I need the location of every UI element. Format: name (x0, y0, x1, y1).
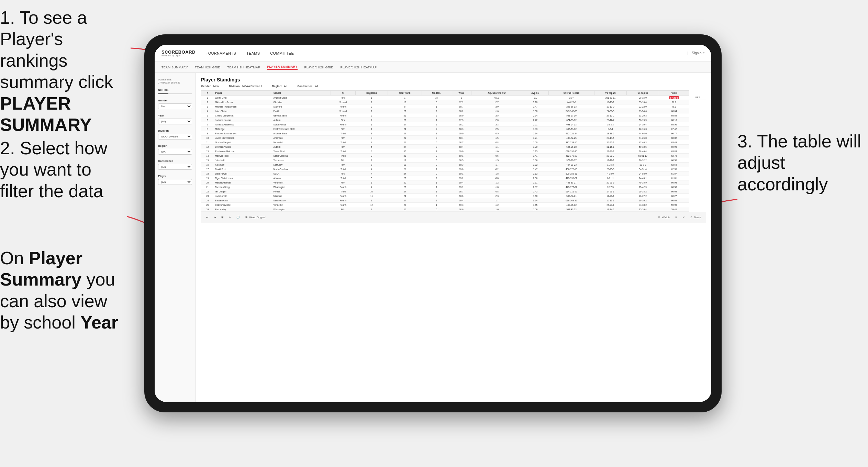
table-row[interactable]: 15Jake HallTennesseeFifth718068.5-1.51.6… (201, 158, 706, 163)
table-cell: 68.7 (451, 189, 471, 194)
table-cell: 1.93 (522, 127, 548, 131)
nav-teams[interactable]: TEAMS (246, 51, 260, 55)
table-cell: 0 (422, 207, 451, 212)
table-row[interactable]: 17David FordNorth CarolinaThird421169.0-… (201, 167, 706, 171)
copy-btn[interactable]: ⊞ (221, 216, 224, 219)
table-cell: 15 (422, 96, 451, 100)
table-cell: 68.6 (451, 207, 471, 212)
table-row[interactable]: 20Matthew RiedelVanderbiltFifth920169.4-… (201, 180, 706, 185)
watch-btn[interactable]: 👁 Watch (658, 216, 669, 219)
table-row[interactable]: 6Jackson KoivunAuburnFirst227167.3-2.02.… (201, 118, 706, 122)
table-row[interactable]: 2Michael Le SassoOle MissSecond118067.1-… (201, 100, 706, 104)
table-cell: 24 (388, 171, 422, 176)
gender-select[interactable]: Men (158, 103, 192, 109)
table-cell: Auburn (272, 145, 331, 149)
table-cell: 12 (356, 203, 388, 207)
filter-conference: Conference: All (297, 85, 318, 88)
table-cell: 7 (356, 207, 388, 212)
table-cell: Ian Gilligan (214, 189, 272, 194)
sub-nav-team-h2h-heatmap[interactable]: TEAM H2H HEATMAP (227, 66, 260, 69)
standings-table: # Player School Yr Reg Rank Conf Rank No… (201, 90, 706, 212)
table-cell: 500-155-36 (549, 171, 594, 176)
table-cell: 24-58-0 (627, 171, 659, 176)
table-cell: 1.92 (522, 163, 548, 167)
table-cell: 1.15 (522, 149, 548, 154)
table-cell: 67.3 (451, 118, 471, 122)
table-row[interactable]: 1Wenyi DingArizona StateFirst1115167.1-3… (201, 96, 706, 100)
table-cell: 2 (201, 100, 214, 104)
redo-btn[interactable]: ↪ (214, 216, 216, 219)
division-select[interactable]: NCAA Division I (158, 134, 192, 140)
table-row[interactable]: 8Mats EgeEast Tennessee StateFifth124268… (201, 127, 706, 131)
table-cell: 61.81 (659, 176, 689, 180)
table-cell: Third (331, 131, 355, 136)
table-cell: 26 (201, 207, 214, 212)
sidebar-update: Update time: 27/03/2024 16:56:26 (158, 78, 192, 84)
table-row[interactable]: 3Michael ThorbjornsenStanfordFourth28168… (201, 104, 706, 109)
table-cell: 26-23-1 (594, 203, 626, 207)
table-cell: Third (331, 176, 355, 180)
table-cell: 69.4 (451, 180, 471, 185)
table-row[interactable]: 23Jack LundinMissouriFourth1124068.6-2.3… (201, 194, 706, 198)
table-row[interactable]: 9Preston SummerhaysArizona StateThird324… (201, 131, 706, 136)
table-row[interactable]: 22Ian GilliganFloridaThird1024168.7-0.81… (201, 189, 706, 194)
table-cell: 63.83 (659, 149, 689, 154)
no-rds-slider[interactable] (158, 93, 192, 94)
sub-nav-player-summary[interactable]: PLAYER SUMMARY (267, 65, 298, 70)
logo-sub-text: Powered by clippi (162, 54, 196, 57)
clock-btn[interactable]: 🕐 (236, 216, 240, 219)
fullscreen-btn[interactable]: ⤢ (682, 216, 685, 219)
table-cell: Christo Lamprecht (214, 113, 272, 118)
share-btn[interactable]: ↗ Share (690, 216, 701, 219)
player-select[interactable]: (All) (158, 179, 192, 185)
col-wins: Wins (451, 91, 471, 96)
table-cell: North Carolina (272, 154, 331, 158)
table-cell: 562-82-23 (549, 207, 594, 212)
table-row[interactable]: 10Jacob Skov OlesenArkansasFifth321068.4… (201, 136, 706, 140)
table-cell: 2.01 (522, 122, 548, 127)
table-row[interactable]: 4Luke ClatonFloridaSecond127268.2-1.61.9… (201, 109, 706, 113)
table-row[interactable]: 7Nicholas GabrelickNorth FloridaFourth12… (201, 122, 706, 127)
table-row[interactable]: 18Luke PowellUCLAFirst424069.1-1.81.1350… (201, 171, 706, 176)
sub-nav-player-h2h-grid[interactable]: PLAYER H2H GRID (304, 66, 334, 69)
table-row[interactable]: 25Cole SherwoodVanderbiltFourth1223169.3… (201, 203, 706, 207)
year-select[interactable]: (All) (158, 119, 192, 124)
nav-tournaments[interactable]: TOURNAMENTS (206, 51, 236, 55)
table-cell: 68.3 (451, 127, 471, 131)
main-content: Update time: 27/03/2024 16:56:26 No Rds.… (155, 73, 711, 402)
table-row[interactable]: 21Taehoon SongWashingtonFourth423169.1-1… (201, 185, 706, 189)
conference-select[interactable]: (All) (158, 164, 192, 170)
table-row[interactable]: 24Bastien AmatNew MexicoFourth127269.4-1… (201, 198, 706, 203)
col-overall-record: Overall Record (549, 91, 594, 96)
table-row[interactable]: 12Brendan ValdesAuburnFifth527068.4-1.11… (201, 145, 706, 149)
col-vs-top25: Vs Top 25 (594, 91, 626, 96)
table-row[interactable]: 16Alex GoffKentuckyFifth819068.3-1.71.92… (201, 163, 706, 167)
table-cell: 8-21-1 (594, 176, 626, 180)
logo-text: SCOREBOARD (162, 50, 196, 54)
col-player: Player (214, 91, 272, 96)
table-row[interactable]: 26Petr HrubyWashingtonFifth725068.6-1.61… (201, 207, 706, 212)
download-btn[interactable]: ⬇ (675, 216, 677, 219)
table-cell: 605-96-18 (549, 145, 594, 149)
table-cell: 1 (356, 127, 388, 131)
sub-nav-player-h2h-heatmap[interactable]: PLAYER H2H HEATMAP (340, 66, 377, 69)
nav-committee[interactable]: COMMITTEE (270, 51, 294, 55)
view-original-btn[interactable]: 👁 View: Original (245, 216, 266, 219)
table-cell: 62.35 (659, 167, 689, 171)
table-row[interactable]: 14Maxwell FordNorth CarolinaThird323069.… (201, 154, 706, 158)
table-cell: -1.6 (471, 109, 522, 113)
table-row[interactable]: 11Gordon SargentVanderbiltThird421068.7-… (201, 140, 706, 145)
table-cell: 23 (388, 185, 422, 189)
table-row[interactable]: 19Tiger ChristensenArizonaThird523269.2-… (201, 176, 706, 180)
region-select[interactable]: N/A (158, 149, 192, 155)
table-cell: 14 (201, 154, 214, 158)
annotation-step3: 3. The table will adjust accordingly (737, 131, 868, 195)
sign-out-link[interactable]: Sign out (692, 51, 704, 55)
crop-btn[interactable]: ✂ (229, 216, 231, 219)
sub-nav-team-h2h-grid[interactable]: TEAM H2H GRID (195, 66, 220, 69)
undo-btn[interactable]: ↩ (206, 216, 209, 219)
table-row[interactable]: 13Phichaksn MaichonTexas A&MThird630169.… (201, 149, 706, 154)
sub-nav-team-summary[interactable]: TEAM SUMMARY (162, 66, 188, 69)
table-row[interactable]: 5Christo LamprechtGeorgia TechFourth2212… (201, 113, 706, 118)
share-icon: ↗ (690, 216, 692, 219)
